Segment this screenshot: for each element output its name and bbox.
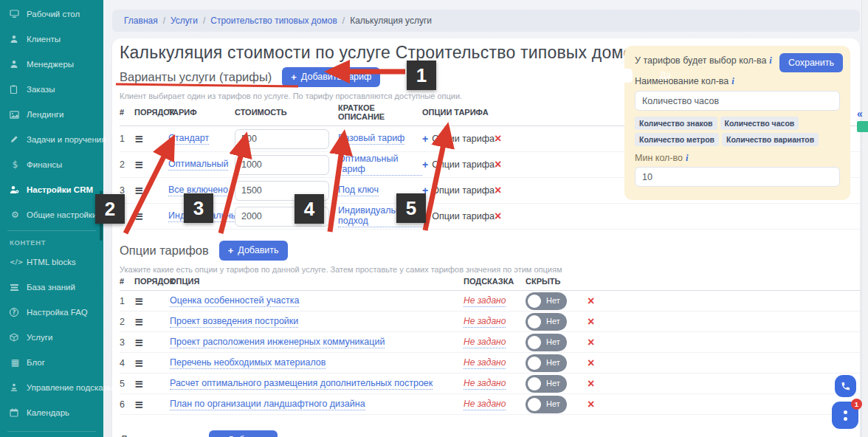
breadcrumb-link-service[interactable]: Строительство типовых домов	[210, 16, 337, 26]
phone-call-button[interactable]	[835, 375, 856, 397]
info-icon[interactable]: i	[769, 55, 771, 66]
sidebar-scrollbar[interactable]	[100, 190, 103, 241]
tariff-name-link[interactable]: Все включено	[168, 185, 228, 196]
option-tooltip-link[interactable]: Не задано	[464, 378, 506, 390]
drag-handle-icon[interactable]: ≡	[134, 315, 170, 328]
add-option-button[interactable]: + Добавить	[219, 241, 288, 261]
option-name-link[interactable]: Оценка особенностей участка	[170, 295, 299, 307]
sidebar-item-finance[interactable]: $ Финансы	[0, 152, 103, 177]
breadcrumb-link-home[interactable]: Главная	[124, 16, 158, 26]
sidebar-item-blog[interactable]: ▦ Блог	[0, 350, 103, 375]
plus-icon: +	[422, 159, 428, 171]
option-name-link[interactable]: План по организации ландшафтного дизайна	[170, 399, 365, 410]
tariff-price-input[interactable]	[235, 155, 329, 175]
sidebar-item-desktop[interactable]: Рабочий стол	[0, 1, 103, 27]
delete-option-button[interactable]: ×	[588, 295, 607, 307]
suggestion-chip[interactable]: Количество часов	[720, 117, 799, 130]
tariff-options-link[interactable]: +Опции тарифа	[422, 185, 495, 196]
page-scrollbar[interactable]	[861, 0, 868, 437]
tariff-options-link[interactable]: +Опции тарифа	[422, 210, 495, 222]
hide-toggle[interactable]: Нет	[526, 313, 567, 331]
option-tooltip-link[interactable]: Не задано	[464, 337, 506, 348]
tariff-name-link[interactable]: Индивидуальный	[168, 210, 243, 222]
suggestion-chip[interactable]: Количество знаков	[635, 117, 717, 130]
delete-tariff-button[interactable]: ×	[495, 185, 511, 196]
delete-option-button[interactable]: ×	[588, 378, 607, 390]
option-tooltip-link[interactable]: Не задано	[464, 357, 506, 369]
tariff-description-link[interactable]: Базовый тариф	[338, 133, 404, 145]
sidebar-item-knowledge-base[interactable]: База знаний	[0, 275, 103, 300]
sidebar-item-crm-settings[interactable]: Настройки CRM	[0, 177, 103, 202]
suggestion-chip[interactable]: Количество вариантов	[722, 133, 819, 146]
option-tooltip-link[interactable]: Не задано	[464, 316, 506, 328]
drag-handle-icon[interactable]: ≡	[134, 357, 170, 370]
info-icon[interactable]: i	[686, 153, 688, 163]
sidebar-item-label: HTML blocks	[27, 258, 76, 266]
option-name-link[interactable]: Расчет оптимального размещения дополните…	[170, 378, 433, 390]
sidebar-item-html-blocks[interactable]: </> HTML blocks	[0, 250, 103, 275]
drag-handle-icon[interactable]: ≡	[134, 132, 168, 145]
delete-tariff-button[interactable]: ×	[495, 133, 511, 145]
drag-handle-icon[interactable]: ≡	[134, 184, 168, 197]
delete-option-button[interactable]: ×	[588, 337, 607, 348]
drag-handle-icon[interactable]: ≡	[134, 295, 170, 308]
add-addon-button[interactable]: + Добавить	[209, 430, 278, 437]
option-tooltip-link[interactable]: Не задано	[464, 295, 506, 307]
drag-handle-icon[interactable]: ≡	[134, 398, 170, 411]
drag-handle-icon[interactable]: ≡	[134, 158, 168, 171]
option-name-link[interactable]: Проект возведения постройки	[170, 316, 298, 328]
delete-option-button[interactable]: ×	[588, 316, 607, 328]
option-name-link[interactable]: Перечень необходимых материалов	[170, 357, 326, 369]
tariff-description-link[interactable]: Индивидуальный подход	[338, 205, 422, 227]
tariff-description-link[interactable]: Оптимальный тариф	[338, 154, 422, 176]
tariff-description-link[interactable]: Под ключ	[338, 185, 379, 196]
sidebar-item-hints[interactable]: Управление подсказками	[0, 375, 103, 400]
info-icon[interactable]: i	[731, 76, 734, 86]
drag-handle-icon[interactable]: ≡	[134, 210, 168, 223]
min-qty-input[interactable]	[635, 167, 840, 187]
hide-toggle[interactable]: Нет	[526, 292, 567, 310]
sidebar-item-calendar[interactable]: Календарь	[0, 400, 103, 425]
save-button[interactable]: Сохранить	[779, 53, 843, 72]
tariff-price-input[interactable]	[235, 207, 329, 227]
suggestion-chip[interactable]: Количество метров	[635, 133, 719, 146]
sidebar-item-tasks[interactable]: Задачи и поручения	[0, 127, 103, 152]
sidebar-item-managers[interactable]: Менеджеры	[0, 52, 103, 77]
hide-toggle[interactable]: Нет	[526, 375, 567, 393]
tariff-price-input[interactable]	[235, 129, 329, 149]
sidebar-item-general-settings[interactable]: ⚙ Общие настройки	[0, 202, 103, 227]
delete-option-button[interactable]: ×	[588, 357, 607, 369]
drag-handle-icon[interactable]: ≡	[134, 377, 170, 390]
collapse-icon[interactable]: «	[857, 108, 868, 120]
delete-tariff-button[interactable]: ×	[495, 159, 511, 171]
sidebar-item-orders[interactable]: Заказы	[0, 77, 103, 102]
sidebar-item-label: Лендинги	[27, 110, 63, 119]
sidebar-item-landings[interactable]: Лендинги	[0, 102, 103, 127]
tariff-options-link[interactable]: +Опции тарифа	[422, 133, 495, 145]
drag-handle-icon[interactable]: ≡	[134, 336, 170, 349]
plus-icon: +	[291, 72, 297, 83]
qty-name-input[interactable]	[635, 91, 840, 111]
breadcrumb-link-services[interactable]: Услуги	[170, 16, 198, 26]
sidebar-item-clients[interactable]: Клиенты	[0, 27, 103, 52]
hide-toggle[interactable]: Нет	[526, 396, 567, 413]
option-name-link[interactable]: Проект расположения инженерных коммуника…	[170, 337, 385, 348]
delete-option-button[interactable]: ×	[588, 399, 607, 410]
sidebar-item-label: Рабочий стол	[27, 10, 80, 18]
breadcrumb-separator: /	[342, 16, 345, 26]
tariff-price-input[interactable]	[235, 181, 329, 201]
collapsed-side-widget[interactable]: «	[857, 108, 868, 132]
options-hint: Укажите какие есть опции у тарифов по да…	[120, 265, 860, 274]
row-number: 6	[120, 399, 134, 410]
add-tariff-button[interactable]: + Добавить тариф	[282, 67, 380, 87]
sidebar-item-faq-settings[interactable]: ? Настройка FAQ	[0, 300, 103, 325]
delete-tariff-button[interactable]: ×	[495, 210, 511, 222]
sidebar-item-services[interactable]: Услуги	[0, 325, 103, 350]
hide-toggle[interactable]: Нет	[526, 334, 567, 351]
desktop-icon	[10, 10, 21, 18]
tariff-name-link[interactable]: Оптимальный	[168, 159, 228, 171]
tariff-options-link[interactable]: +Опции тарифа	[422, 159, 495, 171]
hide-toggle[interactable]: Нет	[526, 354, 567, 372]
option-tooltip-link[interactable]: Не задано	[464, 399, 506, 410]
tariff-name-link[interactable]: Стандарт	[168, 133, 209, 145]
